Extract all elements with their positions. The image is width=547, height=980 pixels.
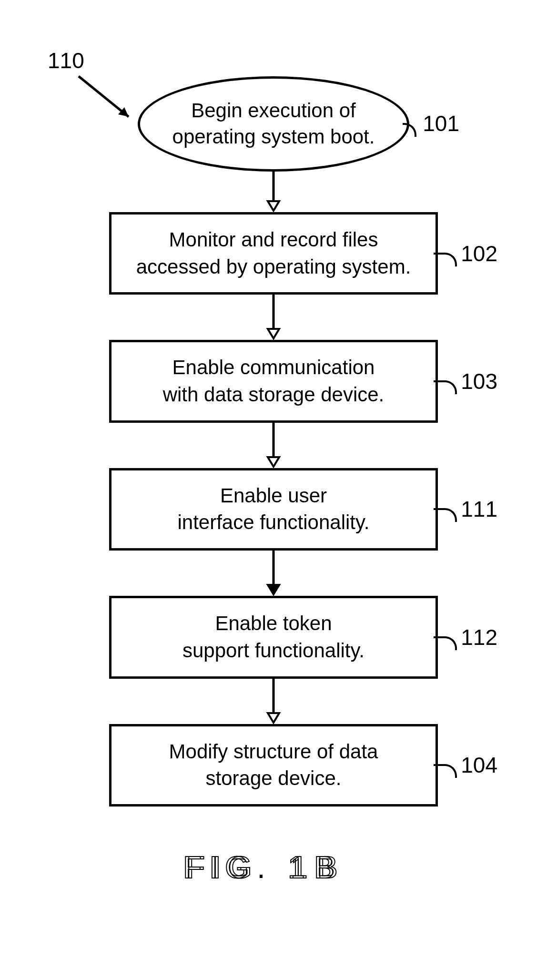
svg-text:B: B <box>317 850 343 885</box>
figure-caption: F F I I G G . 1 1 B B <box>183 849 364 894</box>
step-id-label: 112 <box>461 623 497 652</box>
step-id-label: 104 <box>461 750 497 780</box>
flow-arrow <box>264 551 283 596</box>
flowchart-container: 110 Begin execution of operating system … <box>0 38 547 894</box>
step-id-label: 111 <box>461 494 497 524</box>
label-connector-icon <box>434 380 457 394</box>
step-text-line: Monitor and record files <box>169 226 378 254</box>
label-connector-icon <box>434 636 457 650</box>
label-connector-icon <box>403 123 416 137</box>
svg-marker-11 <box>268 713 279 723</box>
flow-step-box: Enable token support functionality. 112 <box>109 596 438 678</box>
step-text-line: interface functionality. <box>177 509 369 536</box>
svg-marker-5 <box>268 329 279 338</box>
label-connector-icon <box>434 508 457 522</box>
svg-marker-9 <box>268 585 279 594</box>
flow-step-box: Monitor and record files accessed by ope… <box>109 212 438 295</box>
flow-arrow <box>264 295 283 340</box>
svg-text:1: 1 <box>291 850 313 885</box>
step-id-label: 102 <box>461 239 497 268</box>
step-text-line: accessed by operating system. <box>136 254 411 281</box>
flow-step-box: Modify structure of data storage device.… <box>109 724 438 806</box>
diagram-id-arrow-icon <box>76 74 138 126</box>
flow-step-box: Enable communication with data storage d… <box>109 340 438 422</box>
diagram-id-label: 110 <box>48 48 84 73</box>
flow-start-ellipse: Begin execution of operating system boot… <box>138 76 409 172</box>
svg-marker-3 <box>268 201 279 211</box>
step-text-line: Enable communication <box>172 354 375 381</box>
step-text-line: Modify structure of data <box>169 738 378 766</box>
svg-text:F: F <box>186 850 210 885</box>
svg-marker-7 <box>268 457 279 467</box>
svg-line-0 <box>79 76 129 117</box>
step-text-line: with data storage device. <box>163 381 385 408</box>
step-text-line: Begin execution of <box>191 98 356 124</box>
flow-step-box: Enable user interface functionality. 111 <box>109 468 438 551</box>
svg-text:I: I <box>213 850 226 885</box>
step-text-line: support functionality. <box>182 637 365 664</box>
label-connector-icon <box>434 764 457 778</box>
step-text-line: storage device. <box>206 765 342 792</box>
flow-arrow <box>264 423 283 468</box>
step-text-line: operating system boot. <box>172 124 375 150</box>
flow-arrow <box>264 172 283 212</box>
svg-text:.: . <box>257 850 270 885</box>
step-text-line: Enable user <box>220 482 327 510</box>
flow-arrow <box>264 679 283 724</box>
label-connector-icon <box>434 253 457 266</box>
svg-text:G: G <box>228 850 257 885</box>
step-id-label: 103 <box>461 367 497 396</box>
step-text-line: Enable token <box>215 610 332 637</box>
step-id-label: 101 <box>423 110 459 138</box>
